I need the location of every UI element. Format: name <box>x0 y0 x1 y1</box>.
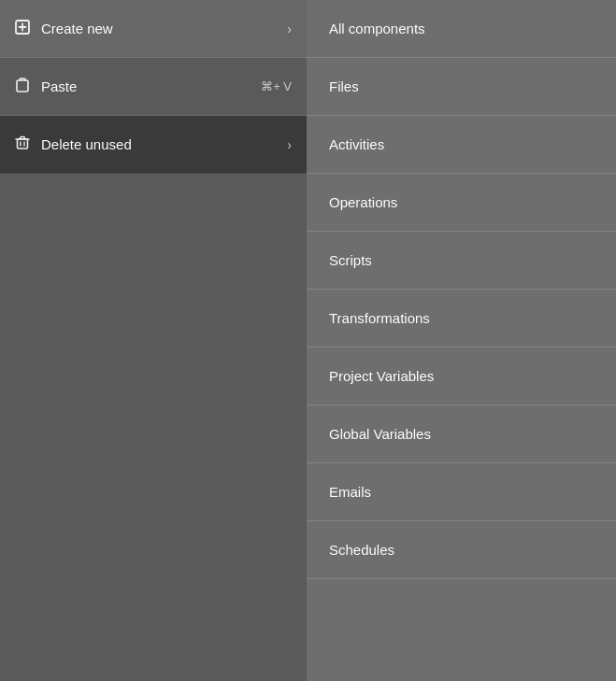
scripts-item[interactable]: Scripts <box>307 232 616 290</box>
activities-label: Activities <box>329 136 384 152</box>
files-item[interactable]: Files <box>307 58 616 116</box>
create-new-chevron: › <box>287 21 292 36</box>
schedules-item[interactable]: Schedules <box>307 521 616 579</box>
files-label: Files <box>329 78 359 94</box>
left-menu: Create new › Paste ⌘+ V Delete unused › <box>0 0 307 681</box>
paste-shortcut: ⌘+ V <box>261 79 292 93</box>
schedules-label: Schedules <box>329 542 394 558</box>
project-variables-item[interactable]: Project Variables <box>307 348 616 405</box>
emails-item[interactable]: Emails <box>307 463 616 521</box>
operations-item[interactable]: Operations <box>307 174 616 232</box>
all-components-label: All components <box>329 21 425 36</box>
global-variables-item[interactable]: Global Variables <box>307 405 616 463</box>
global-variables-label: Global Variables <box>329 426 431 442</box>
svg-rect-4 <box>18 139 28 149</box>
create-new-item[interactable]: Create new › <box>0 0 307 58</box>
emails-label: Emails <box>329 484 371 500</box>
paste-item[interactable]: Paste ⌘+ V <box>0 58 307 116</box>
right-menu: All components Files Activities Operatio… <box>307 0 616 681</box>
create-new-label: Create new <box>41 21 287 36</box>
svg-rect-3 <box>17 80 28 92</box>
paste-label: Paste <box>41 78 261 94</box>
transformations-item[interactable]: Transformations <box>307 290 616 348</box>
all-components-item[interactable]: All components <box>307 0 616 58</box>
project-variables-label: Project Variables <box>329 368 434 384</box>
transformations-label: Transformations <box>329 310 430 326</box>
activities-item[interactable]: Activities <box>307 116 616 174</box>
delete-icon <box>15 135 30 154</box>
paste-icon <box>15 78 30 96</box>
operations-label: Operations <box>329 194 397 210</box>
delete-unused-label: Delete unused <box>41 136 287 152</box>
create-icon <box>15 20 30 38</box>
scripts-label: Scripts <box>329 252 372 268</box>
delete-unused-chevron: › <box>287 137 292 152</box>
delete-unused-item[interactable]: Delete unused › <box>0 116 307 174</box>
